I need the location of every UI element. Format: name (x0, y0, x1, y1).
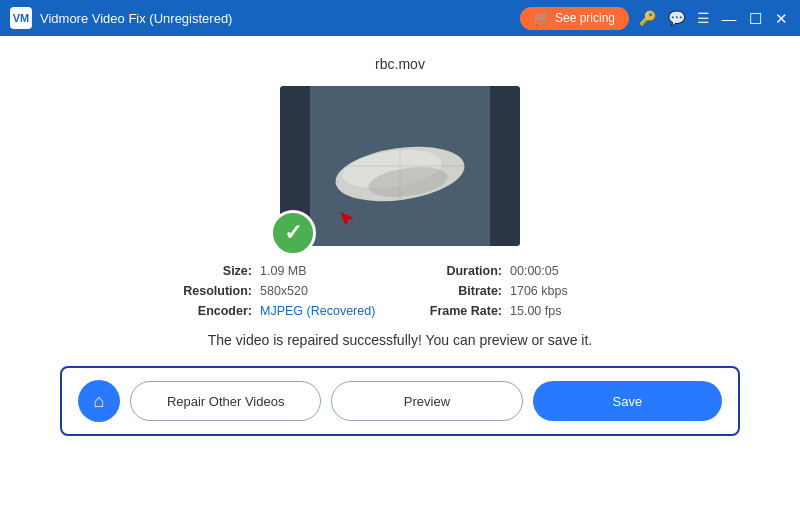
repair-other-button[interactable]: Repair Other Videos (130, 381, 321, 421)
svg-marker-9 (340, 212, 354, 226)
home-icon: ⌂ (94, 391, 105, 412)
repair-label: Repair Other Videos (167, 394, 285, 409)
maximize-button[interactable]: ☐ (746, 11, 764, 26)
chat-icon[interactable]: 💬 (668, 10, 685, 26)
resolution-label: Resolution: (150, 284, 260, 298)
cart-icon: 🛒 (534, 11, 550, 26)
preview-label: Preview (404, 394, 450, 409)
svg-rect-2 (490, 86, 520, 246)
home-button[interactable]: ⌂ (78, 380, 120, 422)
duration-value: 00:00:05 (510, 264, 650, 278)
size-value: 1.09 MB (260, 264, 400, 278)
video-thumbnail (280, 86, 520, 246)
success-message: The video is repaired successfully! You … (208, 332, 592, 348)
logo-text: VM (13, 12, 30, 24)
video-filename: rbc.mov (375, 56, 425, 72)
pricing-button[interactable]: 🛒 See pricing (520, 7, 629, 30)
save-button[interactable]: Save (533, 381, 722, 421)
info-table: Size: 1.09 MB Duration: 00:00:05 Resolut… (150, 264, 650, 318)
video-preview-container: ✓ (280, 86, 520, 246)
preview-button[interactable]: Preview (331, 381, 522, 421)
bitrate-label: Bitrate: (400, 284, 510, 298)
success-badge: ✓ (270, 210, 316, 256)
minimize-button[interactable]: — (720, 11, 738, 26)
size-label: Size: (150, 264, 260, 278)
save-label: Save (613, 394, 643, 409)
menu-icon[interactable]: ☰ (697, 10, 710, 26)
pricing-label: See pricing (555, 11, 615, 25)
app-logo: VM (10, 7, 32, 29)
encoder-label: Encoder: (150, 304, 260, 318)
duration-label: Duration: (400, 264, 510, 278)
main-content: rbc.mov ✓ (0, 36, 800, 519)
framerate-value: 15.00 fps (510, 304, 650, 318)
close-button[interactable]: ✕ (772, 11, 790, 26)
framerate-label: Frame Rate: (400, 304, 510, 318)
bitrate-value: 1706 kbps (510, 284, 650, 298)
action-bar: ⌂ Repair Other Videos Preview Save (60, 366, 740, 436)
checkmark-icon: ✓ (284, 222, 302, 244)
encoder-value: MJPEG (Recovered) (260, 304, 400, 318)
window-controls: — ☐ ✕ (720, 11, 790, 26)
app-title: Vidmore Video Fix (Unregistered) (40, 11, 520, 26)
key-icon[interactable]: 🔑 (639, 10, 656, 26)
resolution-value: 580x520 (260, 284, 400, 298)
titlebar: VM Vidmore Video Fix (Unregistered) 🛒 Se… (0, 0, 800, 36)
titlebar-icons: 🔑 💬 ☰ (639, 10, 710, 26)
cursor-indicator (340, 212, 354, 226)
